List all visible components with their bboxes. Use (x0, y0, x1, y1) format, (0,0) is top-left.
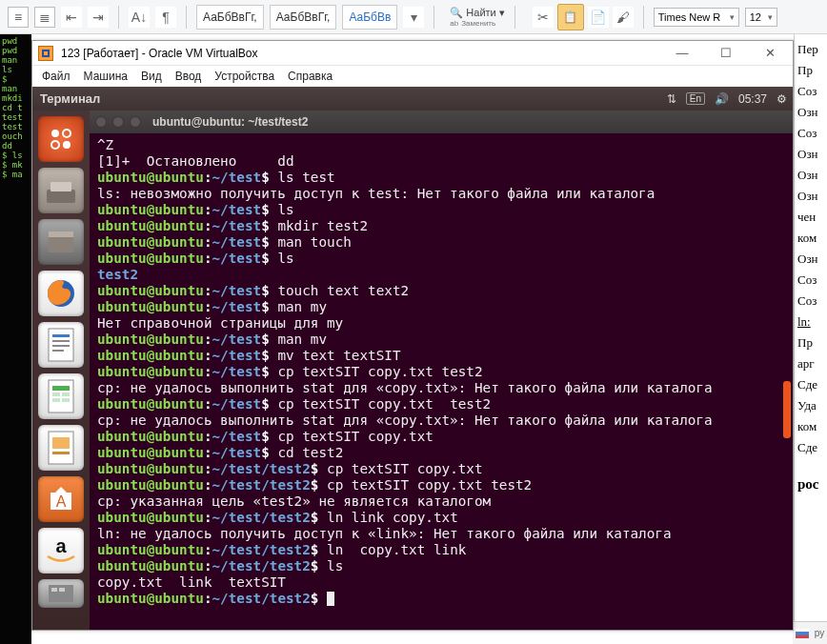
replace-icon: ab (450, 19, 458, 28)
menu-help[interactable]: Справка (288, 70, 333, 83)
menu-view[interactable]: Вид (141, 70, 162, 83)
terminal-line: ubuntu@ubuntu:~/test/test2$ (97, 591, 785, 607)
style-heading[interactable]: АаБбВв (342, 5, 397, 30)
close-button[interactable]: ✕ (756, 44, 783, 63)
svg-text:a: a (55, 535, 67, 556)
list-button[interactable]: ≡ (8, 7, 29, 28)
gnome-terminal-window: ubuntu@ubuntu: ~/test/test2 ^Z[1]+ Остан… (90, 111, 793, 630)
terminal-line: ubuntu@ubuntu:~/test$ ls (97, 202, 785, 218)
terminal-line: copy.txt link textSIT (97, 574, 785, 591)
copy-button[interactable]: 📄 (588, 7, 609, 28)
maximize-button[interactable]: ☐ (713, 44, 739, 63)
terminal-maximize-icon[interactable] (130, 116, 141, 128)
svg-rect-18 (52, 398, 60, 402)
svg-rect-11 (52, 340, 70, 342)
libreoffice-impress-icon[interactable] (38, 425, 84, 471)
dash-home-icon[interactable] (38, 116, 84, 162)
libreoffice-calc-icon[interactable] (38, 373, 84, 419)
svg-rect-19 (62, 398, 70, 402)
terminal-line: ubuntu@ubuntu:~/test$ ls test (97, 170, 785, 186)
settings-gear-icon[interactable]: ⚙ (777, 92, 787, 106)
terminal-line: ubuntu@ubuntu:~/test/test2$ ln copy.txt … (97, 542, 785, 558)
terminal-line: ^Z (97, 137, 785, 153)
paragraph-marks-button[interactable]: ¶ (155, 7, 176, 28)
indent-button[interactable]: ⇥ (88, 7, 109, 28)
ubuntu-software-icon[interactable]: A (38, 476, 84, 522)
svg-rect-13 (52, 350, 64, 352)
svg-rect-4 (47, 190, 75, 203)
terminal-line: ubuntu@ubuntu:~/test/test2$ ls (97, 558, 785, 574)
terminal-line: ubuntu@ubuntu:~/test$ cp textSIT copy.tx… (97, 396, 785, 413)
flag-icon (796, 629, 809, 638)
font-size-combo[interactable]: 12▾ (745, 8, 777, 27)
libreoffice-writer-icon[interactable] (38, 322, 84, 368)
svg-point-1 (63, 130, 71, 137)
font-family-combo[interactable]: Times New R▾ (654, 8, 739, 27)
style-normal[interactable]: АаБбВвГг, (196, 5, 264, 30)
terminal-titlebar[interactable]: ubuntu@ubuntu: ~/test/test2 (90, 111, 793, 133)
firefox-icon[interactable] (38, 271, 84, 316)
terminal-scrollbar-thumb[interactable] (783, 381, 791, 438)
terminal-output[interactable]: ^Z[1]+ Остановлено ddubuntu@ubuntu:~/tes… (90, 133, 793, 630)
terminal-line: ubuntu@ubuntu:~/test/test2$ ln link copy… (97, 510, 785, 526)
terminal-line: ubuntu@ubuntu:~/test/test2$ cp textSIT c… (97, 461, 785, 477)
word-ribbon: ≡ ≣ ⇤ ⇥ A↓ ¶ АаБбВвГг, АаБбВвГг, АаБбВв … (0, 0, 827, 34)
virtualbox-window: 123 [Работает] - Oracle VM VirtualBox — … (31, 40, 794, 631)
network-indicator-icon[interactable]: ⇅ (667, 92, 676, 106)
terminal-minimize-icon[interactable] (112, 116, 124, 128)
svg-rect-10 (52, 334, 70, 337)
svg-rect-26 (49, 585, 73, 602)
numbered-list-button[interactable]: ≣ (34, 7, 55, 28)
svg-rect-5 (50, 182, 71, 191)
svg-rect-7 (49, 231, 73, 237)
menu-machine[interactable]: Машина (84, 70, 128, 83)
format-painter-button[interactable]: 🖌 (613, 7, 634, 28)
sound-indicator-icon[interactable]: 🔊 (715, 92, 729, 106)
terminal-line: ubuntu@ubuntu:~/test/test2$ cp textSIT c… (97, 477, 785, 493)
terminal-title: ubuntu@ubuntu: ~/test/test2 (152, 115, 308, 129)
archive-manager-icon[interactable] (38, 219, 84, 265)
styles-dropdown-icon[interactable]: ▾ (403, 7, 424, 28)
terminal-line: ubuntu@ubuntu:~/test$ cp textSIT copy.tx… (97, 429, 785, 445)
terminal-line: ubuntu@ubuntu:~/test$ man my (97, 299, 785, 315)
terminal-line: ubuntu@ubuntu:~/test$ man touch (97, 234, 785, 251)
replace-button[interactable]: ab Заменить (450, 19, 504, 28)
terminal-line: cp: не удалось выполнить stat для «copy.… (97, 380, 785, 396)
terminal-close-icon[interactable] (95, 116, 107, 128)
outdent-button[interactable]: ⇤ (61, 7, 82, 28)
svg-rect-16 (52, 392, 60, 396)
menu-file[interactable]: Файл (42, 70, 71, 83)
svg-rect-28 (59, 588, 65, 592)
terminal-line: ubuntu@ubuntu:~/test$ mv text textSIT (97, 348, 785, 364)
menu-devices[interactable]: Устройства (214, 70, 274, 83)
files-app-icon[interactable] (38, 168, 84, 213)
terminal-line: ln: не удалось получить доступ к «link»:… (97, 526, 785, 542)
vbox-title: 123 [Работает] - Oracle VM VirtualBox (61, 47, 661, 60)
word-statusbar: ру (793, 621, 827, 644)
minimize-button[interactable]: — (669, 44, 696, 63)
paste-button[interactable]: 📋 (557, 4, 584, 30)
clock[interactable]: 05:37 (738, 92, 767, 106)
keyboard-indicator[interactable]: En (686, 92, 705, 105)
style-nospacing[interactable]: АаБбВвГг, (270, 5, 337, 30)
terminal-line: ls: невозможно получить доступ к test: Н… (97, 186, 785, 202)
cut-button[interactable]: ✂ (533, 7, 554, 28)
svg-rect-17 (62, 392, 70, 396)
vbox-titlebar[interactable]: 123 [Работает] - Oracle VM VirtualBox — … (32, 41, 793, 66)
svg-point-0 (51, 130, 59, 137)
terminal-line: ubuntu@ubuntu:~/test$ touch text text2 (97, 283, 785, 299)
terminal-line: cp: указанная цель «test2» не является к… (97, 493, 785, 510)
terminal-line: ubuntu@ubuntu:~/test$ mkdir test2 (97, 218, 785, 234)
active-app-title: Терминал (40, 91, 100, 106)
terminal-line: ubuntu@ubuntu:~/test$ ls (97, 251, 785, 267)
find-button[interactable]: 🔍 Найти ▾ (450, 7, 504, 19)
amazon-icon[interactable]: a (38, 528, 84, 574)
svg-text:A: A (56, 493, 67, 510)
system-settings-icon[interactable] (38, 579, 84, 608)
menu-input[interactable]: Ввод (175, 70, 202, 83)
unity-launcher: A a (32, 111, 90, 630)
terminal-line: ubuntu@ubuntu:~/test$ cd test2 (97, 445, 785, 461)
search-icon: 🔍 (450, 7, 463, 19)
sort-button[interactable]: A↓ (129, 7, 150, 28)
virtualbox-icon (38, 46, 53, 61)
